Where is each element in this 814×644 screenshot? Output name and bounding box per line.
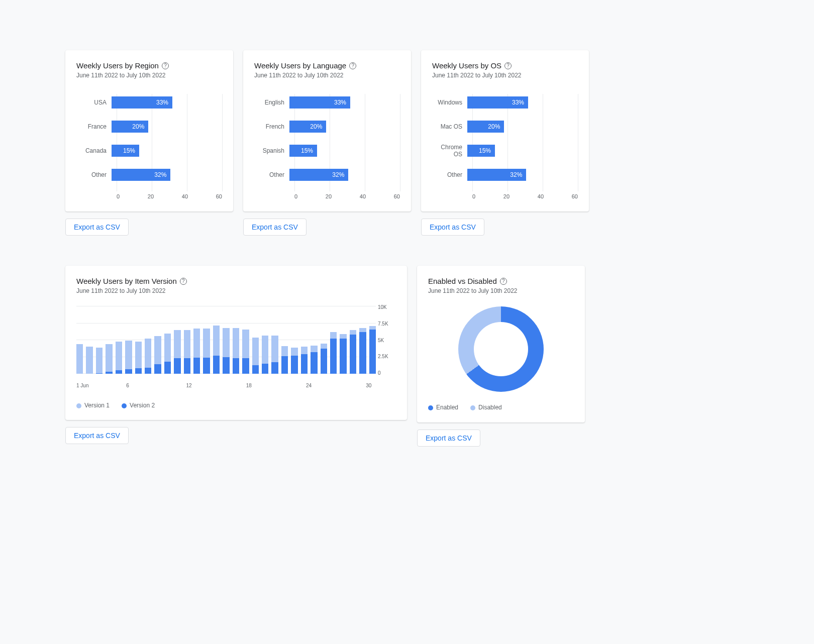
bar-row: Other32%	[76, 166, 222, 183]
card-region: Weekly Users by Region ? June 11th 2022 …	[65, 50, 233, 211]
stacked-bar	[76, 306, 83, 374]
bar-row: French20%	[254, 118, 400, 135]
chart-version: 10K7.5K5K2.5K0 1 Jun612182430	[76, 306, 396, 382]
card-enabled: Enabled vs Disabled ? June 11th 2022 to …	[417, 266, 585, 422]
date-range: June 11th 2022 to July 10th 2022	[76, 72, 222, 79]
stacked-bar	[174, 306, 180, 374]
bar: 20%	[467, 121, 504, 133]
stacked-bar	[252, 306, 259, 374]
bar: 33%	[112, 96, 172, 109]
help-icon[interactable]: ?	[349, 62, 356, 69]
card-title: Weekly Users by Region	[76, 61, 159, 70]
chart-os: Windows33%Mac OS20%Chrome OS15%Other32%0…	[432, 94, 578, 200]
export-csv-button[interactable]: Export as CSV	[243, 219, 307, 236]
legend-item: Disabled	[470, 404, 502, 411]
card-title: Weekly Users by Item Version	[76, 277, 177, 285]
stacked-bar	[213, 306, 220, 374]
stacked-bar	[233, 306, 239, 374]
bar-label: Other	[76, 171, 112, 178]
help-icon[interactable]: ?	[504, 62, 512, 69]
stacked-bar	[291, 306, 297, 374]
date-range: June 11th 2022 to July 10th 2022	[76, 287, 396, 294]
stacked-bar	[311, 306, 317, 374]
stacked-bar	[350, 306, 356, 374]
bar-row: Other32%	[254, 166, 400, 183]
bar-label: French	[254, 123, 289, 130]
stacked-bar	[193, 306, 200, 374]
bar-label: English	[254, 99, 289, 106]
chart-language: English33%French20%Spanish15%Other32%020…	[254, 94, 400, 200]
chart-region: USA33%France20%Canada15%Other32%0204060	[76, 94, 222, 200]
legend-item: Enabled	[428, 404, 458, 411]
card-version: Weekly Users by Item Version ? June 11th…	[65, 266, 407, 420]
donut-ring	[458, 306, 544, 392]
date-range: June 11th 2022 to July 10th 2022	[254, 72, 400, 79]
bar-row: English33%	[254, 94, 400, 111]
bar: 32%	[289, 169, 348, 181]
card-title: Weekly Users by OS	[432, 61, 501, 70]
stacked-bar	[223, 306, 229, 374]
legend-item: Version 2	[122, 402, 155, 409]
stacked-bar	[321, 306, 327, 374]
stacked-bar	[86, 306, 92, 374]
bar-row: Canada15%	[76, 142, 222, 159]
stacked-bar	[125, 306, 132, 374]
bar-label: Other	[254, 171, 289, 178]
export-csv-button[interactable]: Export as CSV	[421, 219, 484, 236]
bar-row: Chrome OS15%	[432, 142, 578, 159]
bar-label: Canada	[76, 147, 112, 154]
bar: 32%	[467, 169, 526, 181]
stacked-bar	[164, 306, 171, 374]
stacked-bar	[262, 306, 268, 374]
stacked-bar	[96, 306, 103, 374]
bar-label: Spanish	[254, 147, 289, 154]
bar: 15%	[467, 145, 495, 157]
stacked-bar	[145, 306, 151, 374]
stacked-bar	[271, 306, 278, 374]
stacked-bar	[116, 306, 122, 374]
stacked-bar	[184, 306, 190, 374]
help-icon[interactable]: ?	[500, 278, 507, 285]
stacked-bar	[135, 306, 142, 374]
legend-version: Version 1 Version 2	[76, 402, 396, 409]
bar-row: Windows33%	[432, 94, 578, 111]
stacked-bar	[301, 306, 308, 374]
legend-enabled: Enabled Disabled	[428, 404, 574, 411]
bar-label: Chrome OS	[432, 144, 467, 158]
export-csv-button[interactable]: Export as CSV	[65, 427, 129, 444]
legend-item: Version 1	[76, 402, 110, 409]
date-range: June 11th 2022 to July 10th 2022	[432, 72, 578, 79]
stacked-bar	[106, 306, 112, 374]
stacked-bar	[340, 306, 346, 374]
bar: 15%	[289, 145, 317, 157]
bar-row: Spanish15%	[254, 142, 400, 159]
bar-row: Other32%	[432, 166, 578, 183]
card-language: Weekly Users by Language ? June 11th 202…	[243, 50, 411, 211]
bar-label: USA	[76, 99, 112, 106]
bar: 20%	[112, 121, 148, 133]
export-csv-button[interactable]: Export as CSV	[417, 430, 480, 447]
date-range: June 11th 2022 to July 10th 2022	[428, 287, 574, 294]
help-icon[interactable]: ?	[162, 62, 169, 69]
card-os: Weekly Users by OS ? June 11th 2022 to J…	[421, 50, 589, 211]
bar-row: Mac OS20%	[432, 118, 578, 135]
bar: 32%	[112, 169, 170, 181]
bar: 15%	[112, 145, 139, 157]
bar-label: Other	[432, 171, 467, 178]
stacked-bar	[359, 306, 366, 374]
stacked-bar	[242, 306, 249, 374]
export-csv-button[interactable]: Export as CSV	[65, 219, 129, 236]
bar-label: Windows	[432, 99, 467, 106]
bar: 20%	[289, 121, 326, 133]
bar-label: Mac OS	[432, 123, 467, 130]
stacked-bar	[203, 306, 210, 374]
card-title: Weekly Users by Language	[254, 61, 346, 70]
help-icon[interactable]: ?	[180, 278, 187, 285]
stacked-bar	[369, 306, 376, 374]
bar-label: France	[76, 123, 112, 130]
card-title: Enabled vs Disabled	[428, 277, 497, 285]
bar: 33%	[467, 96, 528, 109]
stacked-bar	[154, 306, 161, 374]
stacked-bar	[281, 306, 288, 374]
bar: 33%	[289, 96, 350, 109]
